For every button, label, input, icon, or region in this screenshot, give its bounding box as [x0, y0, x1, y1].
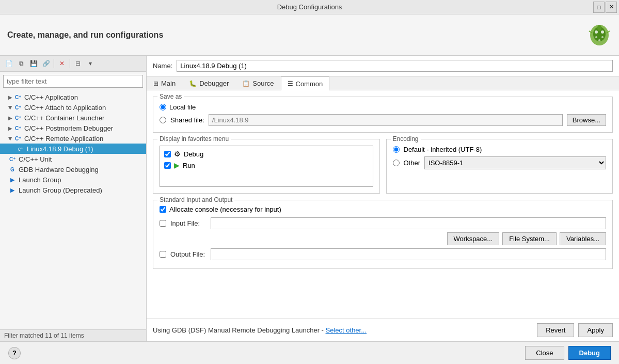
revert-button[interactable]: Revert [537, 323, 574, 337]
tree-item-label-9: Launch Group [19, 176, 61, 184]
encoding-other-row: Other ISO-8859-1 [393, 156, 607, 169]
output-file-checkbox[interactable] [160, 251, 166, 258]
tree-item-cpp-postmortem[interactable]: ▶ C⁺ C/C++ Postmortem Debugger [0, 123, 146, 133]
expand-icon-5: ▶ [8, 136, 13, 140]
encoding-select[interactable]: ISO-8859-1 [424, 156, 606, 169]
cpp-attach-icon: C⁺ [14, 103, 22, 112]
svg-point-4 [595, 36, 597, 38]
bottom-bar: Using GDB (DSF) Manual Remote Debugging … [147, 319, 619, 341]
debug-button[interactable]: Debug [568, 346, 611, 360]
tree-item-label: C/C++ Application [24, 93, 78, 101]
duplicate-config-button[interactable]: ⧉ [15, 58, 27, 69]
shared-file-label: Shared file: [170, 116, 204, 124]
tree-item-label-8: GDB Hardware Debugging [19, 166, 99, 173]
name-label: Name: [153, 62, 172, 70]
collapse-button[interactable]: ⊟ [72, 58, 84, 69]
expand-icon-2: ▶ [8, 105, 13, 109]
expand-icon: ▶ [8, 94, 12, 100]
tree-item-cpp-container[interactable]: ▶ C⁺ C/C++ Container Launcher [0, 113, 146, 123]
svg-point-7 [597, 25, 601, 31]
fav-run-checkbox[interactable] [164, 162, 171, 169]
save-config-button[interactable]: 💾 [28, 58, 39, 69]
file-system-button[interactable]: File System... [502, 232, 557, 245]
tab-common[interactable]: ☰ Common [281, 76, 330, 90]
apply-button[interactable]: Apply [578, 323, 613, 337]
tree-item-launch-group[interactable]: ▶ Launch Group [0, 175, 146, 185]
input-file-input[interactable] [211, 217, 606, 229]
close-button[interactable]: Close [525, 346, 564, 360]
save-as-legend: Save as [157, 93, 184, 100]
browse-button[interactable]: Browse... [567, 114, 606, 126]
tabs-bar: ⊞ Main 🐛 Debugger 📋 Source ☰ Common [147, 76, 619, 90]
encoding-default-label: Default - inherited (UTF-8) [404, 146, 482, 153]
output-file-label: Output File: [170, 250, 207, 258]
toolbar-separator-2 [70, 59, 70, 68]
config-tree: ▶ C⁺ C/C++ Application ▶ C⁺ C/C++ Attach… [0, 91, 146, 329]
maximize-button[interactable]: □ [593, 2, 605, 13]
tree-item-cpp-application[interactable]: ▶ C⁺ C/C++ Application [0, 92, 146, 102]
allocate-console-row: Allocate console (necessary for input) [160, 205, 606, 213]
tree-item-cpp-attach[interactable]: ▶ C⁺ C/C++ Attach to Application [0, 102, 146, 113]
right-panel: Name: ⊞ Main 🐛 Debugger 📋 Source ☰ Commo… [147, 56, 619, 341]
local-file-row: Local file [160, 103, 606, 111]
launch-group-icon: ▶ [8, 176, 17, 184]
tree-item-label-5: C/C++ Remote Application [24, 135, 103, 143]
local-file-radio[interactable] [160, 104, 166, 110]
cpp-postmortem-icon: C⁺ [14, 124, 22, 132]
name-row: Name: [147, 56, 619, 76]
new-config-button[interactable]: 📄 [3, 58, 14, 69]
svg-point-2 [595, 30, 598, 34]
tree-item-label-6: Linux4.18.9 Debug (1) [27, 145, 93, 153]
tree-item-label-7: C/C++ Unit [19, 155, 52, 163]
favorites-legend: Display in favorites menu [157, 135, 231, 143]
title-bar: Debug Configurations □ ✕ [0, 0, 619, 14]
footer-right: Close Debug [525, 346, 611, 360]
output-file-row: Output File: [160, 248, 606, 260]
shared-file-radio[interactable] [160, 117, 166, 123]
help-button[interactable]: ? [8, 347, 21, 359]
view-menu-button[interactable]: ▾ [85, 58, 96, 69]
fav-item-debug: ⚙ Debug [162, 148, 371, 160]
tree-item-gdb-hardware[interactable]: G GDB Hardware Debugging [0, 164, 146, 175]
encoding-legend: Encoding [391, 135, 421, 143]
tab-main[interactable]: ⊞ Main [147, 76, 182, 90]
linux-debug-icon: c⁺ [17, 145, 25, 153]
tab-source-label: Source [252, 80, 274, 87]
allocate-console-checkbox[interactable] [160, 206, 166, 213]
content-area: Save as Local file Shared file: Browse..… [147, 90, 619, 319]
select-other-link[interactable]: Select other... [326, 326, 367, 334]
fav-run-label: Run [183, 162, 195, 169]
encoding-other-radio[interactable] [393, 160, 400, 166]
encoding-default-radio[interactable] [393, 146, 400, 153]
left-panel: 📄 ⧉ 💾 🔗 ✕ ⊟ ▾ ▶ C⁺ C/C++ Application ▶ C… [0, 56, 147, 341]
common-tab-icon: ☰ [288, 80, 293, 87]
source-tab-icon: 📋 [242, 80, 250, 87]
output-file-input[interactable] [211, 248, 606, 260]
debugger-tab-icon: 🐛 [189, 80, 197, 87]
delete-config-button[interactable]: ✕ [56, 58, 68, 69]
bottom-status: Using GDB (DSF) Manual Remote Debugging … [153, 326, 533, 334]
debug-fav-icon: ⚙ [174, 150, 181, 158]
shared-file-input[interactable] [209, 114, 563, 126]
input-file-checkbox[interactable] [160, 220, 166, 227]
tree-item-label-2: C/C++ Attach to Application [24, 104, 106, 112]
cpp-app-icon: C⁺ [14, 93, 22, 101]
filter-input[interactable] [3, 75, 143, 88]
header-title: Create, manage, and run configurations [7, 30, 163, 40]
toolbar-separator [54, 59, 54, 68]
tree-item-linux-debug[interactable]: c⁺ Linux4.18.9 Debug (1) [0, 144, 146, 154]
encoding-default-row: Default - inherited (UTF-8) [393, 146, 607, 153]
tree-item-cpp-unit[interactable]: C⁺ C/C++ Unit [0, 154, 146, 164]
tab-main-label: Main [161, 80, 176, 87]
tree-item-cpp-remote[interactable]: ▶ C⁺ C/C++ Remote Application [0, 133, 146, 144]
config-name-input[interactable] [177, 60, 613, 72]
fav-debug-checkbox[interactable] [164, 151, 171, 157]
tab-source[interactable]: 📋 Source [235, 76, 280, 90]
workspace-button[interactable]: Workspace... [447, 232, 500, 245]
close-window-button[interactable]: ✕ [606, 2, 617, 13]
variables-button[interactable]: Variables... [560, 232, 606, 245]
link-config-button[interactable]: 🔗 [40, 58, 52, 69]
tab-debugger[interactable]: 🐛 Debugger [182, 76, 235, 90]
launch-group-deprecated-icon: ▶ [8, 186, 17, 194]
tree-item-launch-group-deprecated[interactable]: ▶ Launch Group (Deprecated) [0, 185, 146, 195]
